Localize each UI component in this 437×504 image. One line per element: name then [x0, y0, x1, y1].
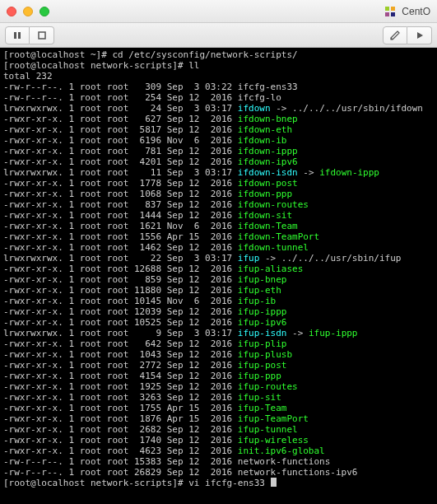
- svg-rect-1: [391, 7, 395, 11]
- window-controls: [7, 7, 49, 16]
- file-row: -rwxr-xr-x. 1 root root 1778 Sep 12 2016…: [3, 178, 434, 189]
- file-row: -rw-r--r--. 1 root root 15383 Sep 12 201…: [3, 456, 434, 467]
- centos-icon: [384, 5, 397, 18]
- file-row: -rwxr-xr-x. 1 root root 2682 Sep 12 2016…: [3, 424, 434, 435]
- svg-marker-7: [417, 32, 423, 39]
- run-tools-group: [383, 26, 432, 44]
- title-right-label: CentO: [384, 5, 430, 18]
- file-row: -rwxr-xr-x. 1 root root 2772 Sep 12 2016…: [3, 360, 434, 371]
- file-row: -rwxr-xr-x. 1 root root 1925 Sep 12 2016…: [3, 381, 434, 392]
- file-row: -rw-r--r--. 1 root root 309 Sep 3 03:22 …: [3, 82, 434, 92]
- file-row: -rwxr-xr-x. 1 root root 1556 Apr 15 2016…: [3, 231, 434, 242]
- file-row: -rwxr-xr-x. 1 root root 1755 Apr 15 2016…: [3, 403, 434, 413]
- stop-button[interactable]: [30, 26, 54, 44]
- file-row: -rwxr-xr-x. 1 root root 5817 Sep 12 2016…: [3, 124, 434, 135]
- file-row: -rwxr-xr-x. 1 root root 4201 Sep 12 2016…: [3, 156, 434, 167]
- file-row: lrwxrwxrwx. 1 root root 11 Sep 3 03:17 i…: [3, 167, 434, 178]
- file-row: -rwxr-xr-x. 1 root root 1043 Sep 12 2016…: [3, 349, 434, 360]
- svg-rect-4: [14, 32, 16, 39]
- maximize-window-button[interactable]: [40, 7, 49, 16]
- file-row: lrwxrwxrwx. 1 root root 9 Sep 3 03:17 if…: [3, 328, 434, 338]
- prompt-line: [root@localhost network-scripts]# ll: [3, 60, 434, 71]
- file-row: -rwxr-xr-x. 1 root root 642 Sep 12 2016 …: [3, 338, 434, 349]
- file-row: lrwxrwxrwx. 1 root root 22 Sep 3 03:17 i…: [3, 253, 434, 264]
- file-row: -rwxr-xr-x. 1 root root 6196 Nov 6 2016 …: [3, 135, 434, 146]
- file-row: -rwxr-xr-x. 1 root root 1462 Sep 12 2016…: [3, 242, 434, 253]
- file-row: -rwxr-xr-x. 1 root root 627 Sep 12 2016 …: [3, 114, 434, 124]
- svg-rect-5: [18, 32, 21, 39]
- svg-rect-6: [39, 32, 45, 39]
- pause-stop-group: [5, 26, 54, 44]
- file-row: -rwxr-xr-x. 1 root root 4623 Sep 12 2016…: [3, 446, 434, 456]
- file-row: lrwxrwxrwx. 1 root root 24 Sep 3 03:17 i…: [3, 103, 434, 114]
- prompt-line: [root@localhost network-scripts]# vi ifc…: [3, 478, 434, 488]
- run-button[interactable]: [407, 26, 432, 44]
- svg-rect-3: [391, 12, 395, 16]
- file-row: -rwxr-xr-x. 1 root root 781 Sep 12 2016 …: [3, 146, 434, 156]
- file-row: -rwxr-xr-x. 1 root root 1444 Sep 12 2016…: [3, 210, 434, 221]
- file-row: -rwxr-xr-x. 1 root root 1876 Apr 15 2016…: [3, 413, 434, 424]
- app-title: CentO: [402, 6, 430, 17]
- file-row: -rw-r--r--. 1 root root 26829 Sep 12 201…: [3, 467, 434, 478]
- file-row: -rwxr-xr-x. 1 root root 11880 Sep 12 201…: [3, 285, 434, 296]
- total-line: total 232: [3, 71, 434, 82]
- file-row: -rw-r--r--. 1 root root 254 Sep 12 2016 …: [3, 92, 434, 103]
- window-titlebar: CentO: [0, 0, 437, 23]
- prompt-line: [root@localhost ~]# cd /etc/sysconfig/ne…: [3, 49, 434, 60]
- pause-button[interactable]: [5, 26, 30, 44]
- file-row: -rwxr-xr-x. 1 root root 3263 Sep 12 2016…: [3, 392, 434, 403]
- cursor: [271, 478, 277, 487]
- file-row: -rwxr-xr-x. 1 root root 4154 Sep 12 2016…: [3, 371, 434, 381]
- svg-rect-0: [385, 7, 389, 11]
- toolbar: [0, 23, 437, 48]
- file-row: -rwxr-xr-x. 1 root root 1740 Sep 12 2016…: [3, 435, 434, 446]
- file-row: -rwxr-xr-x. 1 root root 12039 Sep 12 201…: [3, 306, 434, 317]
- svg-rect-2: [385, 12, 389, 16]
- minimize-window-button[interactable]: [23, 7, 33, 16]
- file-row: -rwxr-xr-x. 1 root root 1068 Sep 12 2016…: [3, 189, 434, 199]
- close-window-button[interactable]: [7, 7, 16, 16]
- file-row: -rwxr-xr-x. 1 root root 859 Sep 12 2016 …: [3, 274, 434, 285]
- tools-button[interactable]: [383, 26, 407, 44]
- file-row: -rwxr-xr-x. 1 root root 1621 Nov 6 2016 …: [3, 221, 434, 231]
- file-row: -rwxr-xr-x. 1 root root 837 Sep 12 2016 …: [3, 199, 434, 210]
- file-row: -rwxr-xr-x. 1 root root 10145 Nov 6 2016…: [3, 296, 434, 306]
- file-row: -rwxr-xr-x. 1 root root 12688 Sep 12 201…: [3, 264, 434, 274]
- file-row: -rwxr-xr-x. 1 root root 10525 Sep 12 201…: [3, 317, 434, 328]
- terminal-output[interactable]: [root@localhost ~]# cd /etc/sysconfig/ne…: [0, 48, 437, 504]
